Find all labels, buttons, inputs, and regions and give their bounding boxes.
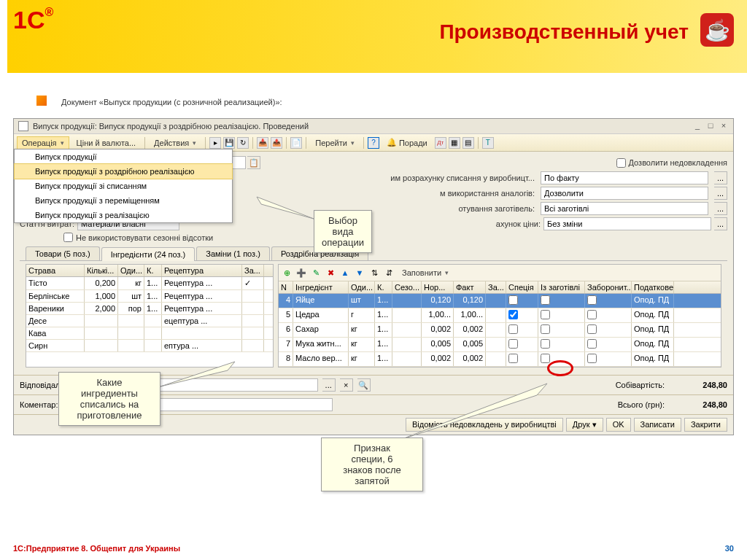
- ingredients-header[interactable]: Сезо...: [392, 281, 422, 293]
- delete-icon[interactable]: ✖: [324, 266, 337, 279]
- insert-icon[interactable]: ➕: [295, 266, 308, 279]
- dishes-header[interactable]: Кількі...: [85, 265, 118, 276]
- op-item-4[interactable]: Випуск продукції з реалізацією: [15, 208, 232, 222]
- prices-button[interactable]: Ціни й валюта...: [71, 136, 142, 149]
- op-item-3[interactable]: Випуск продукції з переміщенням: [15, 193, 232, 208]
- responsible-dots[interactable]: ...: [322, 378, 336, 392]
- op-item-2[interactable]: Випуск продукції зі списанням: [15, 179, 232, 193]
- dishes-header[interactable]: Страва: [26, 265, 85, 276]
- price-calc-field[interactable]: Без зміни: [543, 217, 711, 230]
- ingredients-header[interactable]: Оди...: [349, 281, 375, 293]
- ingredients-row[interactable]: 8Масло вер...кг1...0,0020,002Опод. ПД: [279, 352, 721, 367]
- total-label: Всього (грн):: [618, 400, 665, 409]
- ingredients-header[interactable]: Факт: [454, 281, 486, 293]
- ingredients-header[interactable]: К.: [375, 281, 392, 293]
- dishes-grid[interactable]: СтраваКількі...Оди...К.РецептураЗа... Ті…: [26, 264, 274, 368]
- writeoff-mode-dots[interactable]: ...: [714, 171, 727, 184]
- analogs-dots[interactable]: ...: [714, 187, 727, 200]
- dishes-header[interactable]: Оди...: [118, 265, 144, 276]
- post-icon[interactable]: ▸: [209, 137, 221, 149]
- edit-icon[interactable]: ✎: [309, 266, 322, 279]
- callout-operation-type: Выбор вида операции: [314, 210, 372, 253]
- ingredients-header[interactable]: Із заготівлі: [538, 281, 585, 293]
- refresh-icon[interactable]: ↻: [237, 137, 249, 149]
- import-icon[interactable]: 📥: [257, 137, 268, 149]
- add-icon[interactable]: ⊕: [280, 266, 293, 279]
- sort-asc-icon[interactable]: ⇅: [368, 266, 381, 279]
- close-button[interactable]: ×: [719, 122, 729, 131]
- price-calc-label: ахунок ціни:: [496, 219, 541, 228]
- cost-label: Собівартість:: [616, 381, 665, 389]
- sort-desc-icon[interactable]: ⇵: [382, 266, 395, 279]
- title-bar: Випуск продукції: Випуск продукції з роз…: [14, 119, 733, 134]
- dishes-row[interactable]: Десеецептура ...: [26, 315, 273, 327]
- ingredients-row[interactable]: 4Яйцешт1...0,1200,120Опод. ПД: [279, 294, 721, 308]
- responsible-open[interactable]: 🔍: [357, 378, 371, 392]
- logo-1c: 1C®: [13, 6, 77, 50]
- ingredients-row[interactable]: 5Цедраг1...1,00...1,00...Опод. ПД: [279, 308, 721, 323]
- operation-dropdown: Випуск продукції Випуск продукції з розд…: [14, 149, 233, 223]
- ingredients-header[interactable]: Податкове: [632, 281, 674, 293]
- writeoff-mode-field[interactable]: По факту: [541, 171, 708, 184]
- footer-product: 1С:Предприятие 8. Общепит для Украины: [13, 544, 180, 553]
- save-icon[interactable]: 💾: [223, 137, 235, 149]
- dishes-row[interactable]: Сирнептура ...: [26, 340, 273, 352]
- ingredients-row[interactable]: 7Мука житн...кг1...0,0050,005Опод. ПД: [279, 338, 721, 352]
- ingredients-header[interactable]: Інгредієнт: [293, 281, 349, 293]
- dishes-header[interactable]: За...: [242, 265, 264, 276]
- op-item-0[interactable]: Випуск продукції: [15, 149, 232, 164]
- layout2-icon[interactable]: ▤: [462, 137, 474, 149]
- dishes-row[interactable]: Тісто0,200кг1...Рецептура ...✓: [26, 277, 273, 290]
- help-icon[interactable]: ?: [368, 137, 379, 149]
- maximize-button[interactable]: □: [705, 122, 716, 131]
- advice-button[interactable]: 🔔 Поради: [382, 136, 433, 149]
- calendar-icon[interactable]: 📋: [247, 156, 260, 169]
- ingredients-grid[interactable]: ⊕ ➕ ✎ ✖ ▲ ▼ ⇅ ⇵ Заповнити NІнгредієнтОди…: [278, 264, 721, 368]
- blanks-dots[interactable]: ...: [714, 202, 727, 215]
- fill-menu[interactable]: Заповнити: [397, 266, 454, 279]
- ingredients-header[interactable]: Нор...: [422, 281, 454, 293]
- layout1-icon[interactable]: ▦: [449, 137, 460, 149]
- dishes-row[interactable]: Берлінське1,000шт1...Рецептура ...: [26, 290, 273, 303]
- text-icon[interactable]: Т: [482, 137, 494, 149]
- export-icon[interactable]: 📤: [271, 137, 282, 149]
- ingredients-header[interactable]: N: [279, 281, 293, 293]
- analogs-field[interactable]: Дозволити: [541, 187, 708, 200]
- close-form-button[interactable]: Закрити: [684, 418, 727, 432]
- actions-menu[interactable]: Действия: [149, 136, 201, 149]
- dishes-header[interactable]: К.: [144, 265, 162, 276]
- save-button[interactable]: Записати: [634, 418, 681, 432]
- callout-ingredients: Какие ингредиенты списались на приготовл…: [58, 372, 160, 426]
- print-button[interactable]: Друк ▾: [566, 418, 603, 432]
- dishes-row[interactable]: Вареники2,000пор1...Рецептура ...: [26, 303, 273, 315]
- op-item-1[interactable]: Випуск продукції з роздрібною реалізаціє…: [14, 163, 233, 179]
- ingredients-header[interactable]: Заборонит...: [585, 281, 632, 293]
- responsible-clear[interactable]: ×: [340, 378, 353, 392]
- minimize-button[interactable]: _: [692, 122, 703, 131]
- operation-menu[interactable]: Операція: [17, 136, 69, 149]
- cost-value: 248,80: [669, 381, 727, 389]
- analogs-label: м використання аналогів:: [440, 189, 535, 198]
- ingredients-header[interactable]: За...: [486, 281, 506, 293]
- goto-menu[interactable]: Перейти: [310, 136, 360, 149]
- tab-goods[interactable]: Товари (5 поз.): [26, 246, 100, 260]
- blanks-field[interactable]: Всі заготівлі: [541, 202, 708, 215]
- ingredients-row[interactable]: 6Сахаркг1...0,0020,002Опод. ПД: [279, 323, 721, 338]
- ingredients-header[interactable]: Спеція: [506, 281, 538, 293]
- ok-button[interactable]: OK: [606, 418, 631, 432]
- tab-substitutes[interactable]: Заміни (1 поз.): [196, 246, 270, 260]
- move-up-icon[interactable]: ▲: [338, 266, 352, 279]
- dishes-header[interactable]: Рецептура: [162, 265, 242, 276]
- price-calc-dots[interactable]: ...: [714, 217, 727, 230]
- highlight-circle: [547, 360, 573, 376]
- tab-ingredients[interactable]: Інгредієнти (24 поз.): [101, 247, 196, 261]
- doc1-icon[interactable]: 📄: [290, 137, 302, 149]
- bullet-cube-icon: [36, 96, 47, 106]
- dkt-icon[interactable]: Дт: [435, 137, 446, 149]
- blanks-label: отування заготівель:: [458, 204, 535, 213]
- move-down-icon[interactable]: ▼: [353, 266, 366, 279]
- writeoff-mode-label: им розрахунку списання у виробницт...: [390, 174, 535, 182]
- seasonal-checkbox[interactable]: Не використовувати сезонні відсотки: [63, 233, 213, 242]
- dishes-row[interactable]: Кава: [26, 327, 273, 340]
- allow-shortage-checkbox[interactable]: Дозволити недовкладення: [616, 158, 727, 168]
